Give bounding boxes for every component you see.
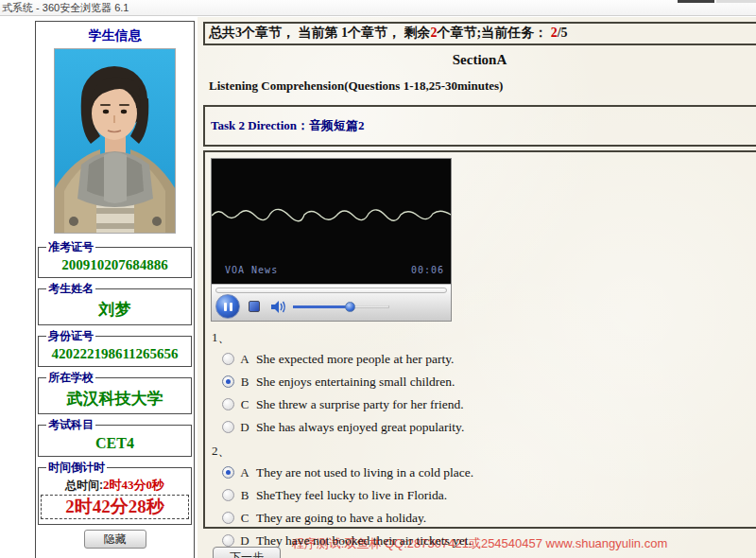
q1-option-a-letter: A	[237, 352, 252, 367]
chapter-text-1: 总共3个章节， 当前第 1个章节， 剩余	[209, 26, 431, 40]
next-step-button[interactable]: 下一步	[213, 547, 281, 558]
task-content-box: VOA News 00:06	[203, 150, 756, 529]
chapter-text-3: /5	[558, 26, 568, 40]
q2-option-c-letter: C	[237, 511, 252, 526]
student-info-panel: 学生信息	[35, 21, 195, 558]
q2-option-a: A They are not used to living in a cold …	[222, 465, 750, 480]
stop-icon[interactable]	[249, 301, 260, 312]
question-1-number: 1、	[212, 329, 750, 346]
q1-option-d-radio[interactable]	[222, 421, 234, 433]
q2-option-d: D They have not booked their air tickets…	[222, 533, 750, 548]
total-time-line: 总时间:2时43分0秒	[41, 476, 189, 494]
student-photo-art	[55, 49, 175, 233]
field-school: 所在学校 武汉科技大学	[38, 370, 192, 414]
countdown-panel: 时间倒计时 总时间:2时43分0秒 2时42分28秒	[38, 460, 192, 525]
pause-icon[interactable]	[215, 294, 240, 319]
player-track-title: VOA News	[225, 265, 278, 275]
exam-main-area: 总共3个章节， 当前第 1个章节， 剩余2个章节;当前任务： 2/5 Secti…	[203, 22, 756, 552]
q2-option-b-text: SheThey feel lucky to live in Florida.	[256, 488, 447, 503]
chapter-progress-header: 总共3个章节， 当前第 1个章节， 剩余2个章节;当前任务： 2/5	[203, 22, 756, 45]
question-1: 1、 A She expected more people at her par…	[211, 329, 750, 434]
field-id-number: 身份证号 420222198611265656	[38, 328, 192, 367]
q1-option-d-text: She has always enjoyed great popularity.	[256, 420, 464, 435]
player-elapsed-time: 00:06	[411, 265, 444, 275]
current-task-number: 2	[551, 26, 558, 40]
q1-option-a-text: She expected more people at her party.	[256, 352, 454, 367]
student-info-title: 学生信息	[37, 27, 193, 44]
field-exam-id-value: 200910207684886	[41, 255, 189, 274]
q2-option-b-radio[interactable]	[222, 489, 234, 501]
volume-handle[interactable]	[345, 302, 355, 312]
q2-option-a-text: They are not used to living in a cold pl…	[256, 465, 473, 480]
player-controls	[212, 284, 451, 321]
remaining-time-box: 2时42分28秒	[41, 495, 189, 519]
field-subject-value: CET4	[41, 433, 189, 453]
listening-instruction: Listening Comprehension(Questions 1-18,2…	[209, 78, 756, 94]
q2-option-c-radio[interactable]	[222, 512, 234, 524]
q2-option-d-text: They have not booked their air tickets y…	[256, 533, 472, 549]
task-name: 音频短篇2	[309, 118, 365, 132]
window-titlebar: 式系统 - 360安全浏览器 6.1	[0, 0, 756, 16]
task-direction-prefix: Task 2 Direction：	[211, 118, 309, 132]
q2-option-b-letter: B	[237, 488, 252, 503]
field-id-number-label: 身份证号	[46, 328, 95, 344]
q2-option-c: C They are going to have a holiday.	[222, 511, 750, 525]
q1-option-c-letter: C	[237, 397, 252, 412]
field-exam-id: 准考证号 200910207684886	[38, 239, 192, 278]
speaker-icon[interactable]	[270, 300, 287, 314]
waveform-visualization	[212, 193, 451, 235]
volume-track	[350, 305, 389, 308]
field-subject: 考试科目 CET4	[38, 417, 192, 457]
q2-option-d-radio[interactable]	[222, 534, 234, 547]
q1-option-b-text: She enjoys entertaining small children.	[256, 375, 455, 390]
q2-option-a-letter: A	[237, 465, 252, 480]
hide-button[interactable]: 隐藏	[84, 530, 146, 549]
q2-option-c-text: They are going to have a holiday.	[256, 511, 426, 526]
q1-option-d: D She has always enjoyed great popularit…	[222, 420, 750, 434]
q1-option-c-radio[interactable]	[222, 398, 234, 410]
q1-option-a-radio[interactable]	[222, 353, 234, 365]
audio-player: VOA News 00:06	[211, 158, 452, 322]
q1-option-b-letter: B	[237, 375, 252, 390]
field-student-name: 考生姓名 刘梦	[38, 281, 192, 325]
field-exam-id-label: 准考证号	[46, 239, 95, 255]
countdown-label: 时间倒计时	[46, 460, 107, 476]
chapters-remaining-count: 2	[431, 26, 438, 40]
total-time-value: 2时43分0秒	[103, 478, 164, 492]
seek-bar[interactable]	[215, 288, 447, 293]
section-title: SectionA	[203, 52, 756, 68]
q1-option-a: A She expected more people at her party.	[222, 352, 750, 366]
browser-tab-fragment	[678, 0, 714, 3]
q1-option-c: C She threw a surprise party for her fri…	[222, 397, 750, 411]
total-time-prefix: 总时间:	[65, 479, 103, 492]
q2-option-b: B SheThey feel lucky to live in Florida.	[222, 488, 750, 502]
window-title: 式系统 - 360安全浏览器 6.1	[2, 2, 129, 13]
student-photo	[54, 48, 176, 234]
field-subject-label: 考试科目	[46, 417, 95, 433]
q1-option-d-letter: D	[237, 420, 252, 435]
field-school-label: 所在学校	[46, 370, 95, 386]
chapter-text-2: 个章节;当前任务：	[438, 26, 551, 40]
field-student-name-label: 考生姓名	[46, 281, 95, 297]
player-video-area: VOA News 00:06	[212, 159, 451, 284]
field-student-name-value: 刘梦	[41, 297, 189, 322]
question-2: 2、 A They are not used to living in a co…	[211, 443, 750, 548]
volume-slider[interactable]	[293, 301, 391, 313]
task-direction-box: Task 2 Direction：音频短篇2	[203, 105, 756, 147]
volume-fill	[293, 305, 350, 308]
field-school-value: 武汉科技大学	[41, 386, 189, 410]
q1-option-b: B She enjoys entertaining small children…	[222, 375, 750, 389]
question-2-number: 2、	[212, 443, 750, 460]
q1-option-b-radio[interactable]	[222, 375, 234, 388]
q1-option-c-text: She threw a surprise party for her frien…	[256, 397, 464, 412]
q2-option-a-radio[interactable]	[222, 466, 234, 479]
remaining-time-value: 2时42分28秒	[42, 496, 188, 518]
field-id-number-value: 420222198611265656	[41, 344, 189, 363]
browser-tab-fragment-light	[716, 0, 756, 3]
